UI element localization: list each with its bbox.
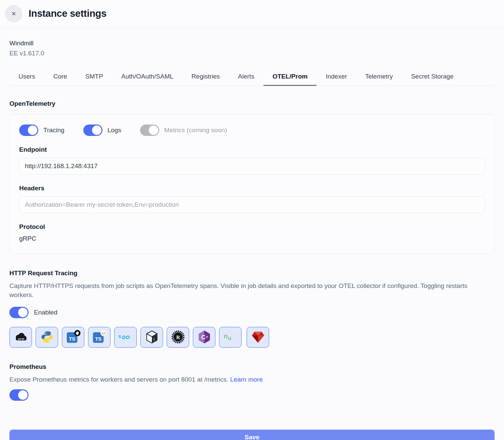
http-tracing-enabled-toggle[interactable]	[9, 307, 29, 318]
http-tracing-title: HTTP Request Tracing	[9, 270, 495, 277]
deno-typescript-icon: TS	[66, 330, 81, 345]
toggle-knob	[149, 126, 158, 135]
toggle-knob	[28, 126, 37, 135]
lang-nushell-button[interactable]: n u >	[219, 327, 242, 348]
tab-alerts[interactable]: Alerts	[229, 68, 263, 86]
bash-icon: $	[145, 330, 158, 345]
modal-header: × Instance settings	[0, 0, 504, 28]
tab-auth-oauth-saml[interactable]: Auth/OAuth/SAML	[112, 68, 182, 86]
csharp-icon: C #	[198, 330, 211, 345]
app-info: Windmill EE v1.617.0	[9, 40, 495, 57]
app-name: Windmill	[9, 40, 495, 47]
metrics-toggle	[140, 125, 159, 136]
prometheus-title: Prometheus	[9, 363, 495, 371]
endpoint-label: Endpoint	[19, 146, 485, 153]
bun-typescript-icon: TS	[92, 330, 107, 345]
protocol-label: Protocol	[19, 223, 485, 231]
rust-icon: R	[171, 330, 185, 345]
tracing-toggle-label: Tracing	[43, 127, 65, 134]
lang-bash-button[interactable]: $	[140, 327, 163, 348]
lang-http-button[interactable]: HTTP	[9, 327, 32, 348]
tab-secret-storage[interactable]: Secret Storage	[402, 68, 463, 86]
tab-indexer[interactable]: Indexer	[317, 68, 356, 86]
metrics-toggle-group: Metrics (coming soon)	[140, 125, 227, 136]
svg-text:C: C	[201, 334, 206, 341]
logs-toggle-label: Logs	[108, 127, 121, 134]
svg-text:HTTP: HTTP	[18, 337, 25, 340]
svg-text:>: >	[232, 334, 235, 340]
toggle-knob	[92, 126, 101, 135]
lang-csharp-button[interactable]: C #	[193, 327, 215, 348]
prometheus-description: Expose Prometheus metrics for workers an…	[9, 375, 490, 384]
tab-otel-prom[interactable]: OTEL/Prom	[263, 68, 317, 86]
headers-label: Headers	[19, 185, 485, 192]
prometheus-toggle-group	[9, 389, 495, 401]
logs-toggle-group: Logs	[83, 125, 121, 136]
lang-rust-button[interactable]: R	[167, 327, 189, 348]
tab-users[interactable]: Users	[9, 68, 44, 86]
http-tracing-toggle-group: Enabled	[9, 307, 495, 318]
prometheus-description-text: Expose Prometheus metrics for workers an…	[9, 376, 228, 383]
tracing-toggle-group: Tracing	[19, 125, 65, 136]
tracing-toggle[interactable]	[19, 125, 38, 136]
tab-smtp[interactable]: SMTP	[76, 68, 112, 86]
lang-bun-button[interactable]: TS	[88, 327, 111, 348]
tab-core[interactable]: Core	[44, 68, 76, 86]
svg-text:$: $	[153, 338, 155, 341]
tab-registries[interactable]: Registries	[182, 68, 229, 86]
toggle-knob	[18, 390, 28, 400]
nushell-icon: n u >	[223, 332, 238, 343]
tab-telemetry[interactable]: Telemetry	[356, 68, 402, 86]
page-title: Instance settings	[29, 8, 107, 19]
http-tracing-enabled-label: Enabled	[34, 309, 57, 316]
opentelemetry-section-title: OpenTelemetry	[9, 100, 495, 107]
lang-deno-button[interactable]: TS	[62, 327, 84, 348]
http-tracing-description: Capture HTTP/HTTPS requests from job scr…	[9, 281, 490, 299]
settings-tab-bar: Users Core SMTP Auth/OAuth/SAML Registri…	[9, 68, 495, 86]
prometheus-enabled-toggle[interactable]	[9, 389, 29, 401]
svg-text:TS: TS	[95, 336, 101, 342]
learn-more-link[interactable]: Learn more	[230, 376, 263, 383]
python-icon	[40, 330, 54, 345]
svg-text:GO: GO	[122, 334, 130, 340]
ruby-icon	[251, 331, 265, 344]
opentelemetry-card: Tracing Logs Metrics (coming soon) Endpo…	[9, 114, 495, 254]
endpoint-input[interactable]	[19, 158, 485, 175]
language-button-row: HTTP TS	[9, 327, 495, 348]
lang-go-button[interactable]: GO	[114, 327, 137, 348]
otel-toggle-row: Tracing Logs Metrics (coming soon)	[19, 125, 485, 136]
go-icon: GO	[118, 333, 133, 342]
toggle-knob	[18, 308, 28, 317]
svg-text:#: #	[206, 335, 208, 338]
svg-text:u: u	[228, 335, 231, 341]
headers-input[interactable]	[19, 196, 485, 213]
svg-text:n: n	[224, 332, 227, 339]
lang-ruby-button[interactable]	[247, 327, 269, 348]
svg-text:TS: TS	[69, 336, 75, 342]
protocol-value: gRPC	[19, 235, 485, 242]
lang-python-button[interactable]	[36, 327, 58, 348]
close-button[interactable]: ×	[5, 5, 23, 22]
svg-text:R: R	[176, 334, 180, 340]
app-version: EE v1.617.0	[9, 50, 495, 57]
close-icon: ×	[12, 9, 16, 18]
save-button[interactable]: Save	[9, 430, 495, 440]
logs-toggle[interactable]	[83, 125, 102, 136]
http-icon: HTTP	[14, 332, 28, 343]
metrics-toggle-label: Metrics (coming soon)	[164, 127, 227, 134]
